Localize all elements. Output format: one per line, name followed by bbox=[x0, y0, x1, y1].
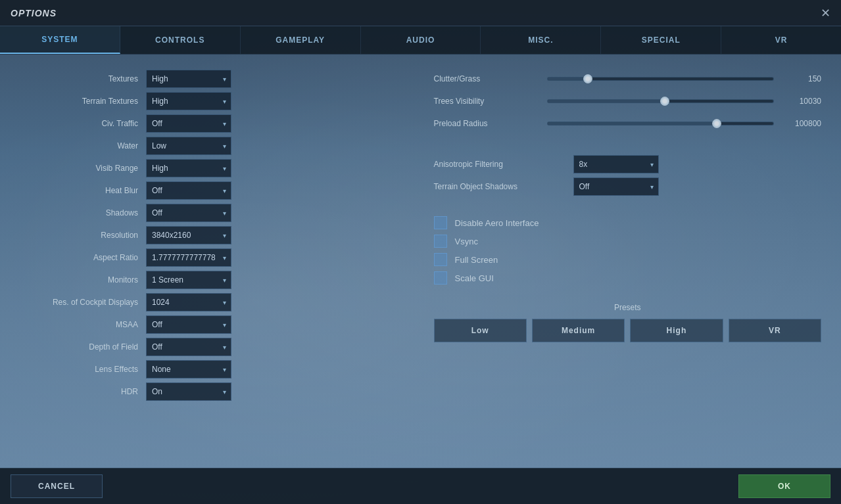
checkbox-row: Disable Aero Interface bbox=[434, 214, 822, 232]
setting-select[interactable]: 1 Screen bbox=[146, 271, 231, 289]
setting-label: HDR bbox=[20, 387, 138, 396]
setting-select[interactable]: Off bbox=[146, 338, 231, 356]
slider-fill bbox=[548, 78, 589, 80]
tab-audio[interactable]: AUDIO bbox=[361, 26, 481, 54]
right-select-wrapper[interactable]: Off bbox=[573, 177, 659, 196]
tab-gameplay[interactable]: GAMEPLAY bbox=[241, 26, 361, 54]
checkbox-box[interactable] bbox=[434, 253, 447, 266]
setting-row: TexturesHigh bbox=[20, 68, 408, 90]
setting-select-wrapper[interactable]: 1.7777777777778 bbox=[146, 248, 231, 267]
setting-select[interactable]: High bbox=[146, 92, 231, 110]
setting-select[interactable]: 1024 bbox=[146, 293, 231, 311]
right-select-wrapper[interactable]: 8x bbox=[573, 155, 659, 173]
setting-row: Heat BlurOff bbox=[20, 179, 408, 202]
setting-label: Visib Range bbox=[20, 164, 138, 173]
setting-row: Visib RangeHigh bbox=[20, 157, 408, 179]
setting-select-wrapper[interactable]: 3840x2160 bbox=[146, 226, 231, 244]
preset-button-medium[interactable]: Medium bbox=[532, 319, 625, 342]
setting-label: Shadows bbox=[20, 208, 138, 218]
setting-label: MSAA bbox=[20, 320, 138, 329]
presets-buttons: LowMediumHighVR bbox=[434, 319, 822, 342]
setting-row: WaterLow bbox=[20, 135, 408, 157]
preset-button-vr[interactable]: VR bbox=[729, 319, 821, 342]
left-settings-column: TexturesHighTerrain TexturesHighCiv. Tra… bbox=[20, 68, 408, 455]
checkbox-box[interactable] bbox=[434, 271, 447, 285]
right-select[interactable]: Off bbox=[573, 177, 659, 196]
cancel-button[interactable]: CANCEL bbox=[11, 474, 103, 498]
setting-select[interactable]: Off bbox=[146, 114, 231, 133]
slider-track[interactable] bbox=[547, 122, 775, 126]
close-button[interactable]: ✕ bbox=[821, 7, 830, 19]
setting-select-wrapper[interactable]: None bbox=[146, 360, 231, 378]
checkbox-row: Full Screen bbox=[434, 250, 822, 269]
setting-row: Res. of Cockpit Displays1024 bbox=[20, 291, 408, 313]
checkbox-row: Vsync bbox=[434, 232, 822, 250]
presets-title: Presets bbox=[434, 303, 822, 312]
setting-label: Depth of Field bbox=[20, 342, 138, 352]
checkbox-box[interactable] bbox=[434, 216, 447, 229]
setting-select-wrapper[interactable]: Off bbox=[146, 204, 231, 222]
setting-select[interactable]: Low bbox=[146, 137, 231, 155]
slider-label: Clutter/Grass bbox=[434, 74, 539, 83]
slider-track[interactable] bbox=[547, 99, 775, 103]
setting-select-wrapper[interactable]: 1024 bbox=[146, 293, 231, 311]
setting-select[interactable]: None bbox=[146, 360, 231, 378]
slider-track[interactable] bbox=[547, 77, 775, 81]
checkbox-box[interactable] bbox=[434, 235, 447, 248]
checkbox-label: Full Screen bbox=[455, 255, 498, 265]
checkbox-label: Vsync bbox=[455, 237, 478, 246]
setting-select[interactable]: Off bbox=[146, 181, 231, 200]
right-dropdown-row: Terrain Object ShadowsOff bbox=[434, 175, 822, 198]
sliders-section: Clutter/Grass150Trees Visibility10030Pre… bbox=[434, 68, 822, 135]
right-settings-column: Clutter/Grass150Trees Visibility10030Pre… bbox=[434, 68, 822, 455]
slider-row: Preload Radius100800 bbox=[434, 112, 822, 135]
setting-select-wrapper[interactable]: Off bbox=[146, 338, 231, 356]
setting-label: Lens Effects bbox=[20, 365, 138, 374]
slider-fill bbox=[548, 100, 665, 103]
setting-select[interactable]: High bbox=[146, 70, 231, 88]
setting-select-wrapper[interactable]: Off bbox=[146, 181, 231, 200]
titlebar: OPTIONS ✕ bbox=[0, 0, 841, 26]
setting-select-wrapper[interactable]: 1 Screen bbox=[146, 271, 231, 289]
window-title: OPTIONS bbox=[11, 8, 57, 18]
setting-select-wrapper[interactable]: Low bbox=[146, 137, 231, 155]
setting-label: Aspect Ratio bbox=[20, 253, 138, 262]
setting-label: Civ. Traffic bbox=[20, 119, 138, 128]
setting-select-wrapper[interactable]: Off bbox=[146, 114, 231, 133]
slider-thumb[interactable] bbox=[660, 97, 669, 106]
setting-select-wrapper[interactable]: Off bbox=[146, 315, 231, 334]
ok-button[interactable]: OK bbox=[738, 474, 830, 498]
slider-value: 150 bbox=[782, 74, 821, 83]
tab-controls[interactable]: CONTROLS bbox=[120, 26, 241, 54]
tab-special[interactable]: SPECIAL bbox=[601, 26, 721, 54]
tab-system[interactable]: SYSTEM bbox=[0, 26, 120, 54]
right-dropdown-label: Terrain Object Shadows bbox=[434, 182, 565, 191]
slider-row: Trees Visibility10030 bbox=[434, 90, 822, 112]
preset-button-low[interactable]: Low bbox=[434, 319, 527, 342]
setting-select-wrapper[interactable]: On bbox=[146, 382, 231, 401]
setting-row: Civ. TrafficOff bbox=[20, 112, 408, 135]
setting-select-wrapper[interactable]: High bbox=[146, 70, 231, 88]
slider-row: Clutter/Grass150 bbox=[434, 68, 822, 90]
checkbox-row: Scale GUI bbox=[434, 269, 822, 287]
setting-select-wrapper[interactable]: High bbox=[146, 159, 231, 177]
setting-select[interactable]: On bbox=[146, 382, 231, 401]
setting-row: Terrain TexturesHigh bbox=[20, 90, 408, 112]
setting-row: MSAAOff bbox=[20, 313, 408, 336]
slider-thumb[interactable] bbox=[583, 74, 592, 83]
checkbox-label: Scale GUI bbox=[455, 273, 494, 283]
setting-select[interactable]: Off bbox=[146, 204, 231, 222]
right-select[interactable]: 8x bbox=[573, 155, 659, 173]
slider-thumb[interactable] bbox=[712, 119, 721, 128]
preset-button-high[interactable]: High bbox=[630, 319, 723, 342]
setting-select[interactable]: Off bbox=[146, 315, 231, 334]
tab-misc[interactable]: MISC. bbox=[481, 26, 601, 54]
bottom-bar: CANCEL OK bbox=[0, 468, 841, 504]
setting-select[interactable]: 1.7777777777778 bbox=[146, 248, 231, 267]
setting-select-wrapper[interactable]: High bbox=[146, 92, 231, 110]
setting-select[interactable]: 3840x2160 bbox=[146, 226, 231, 244]
setting-select[interactable]: High bbox=[146, 159, 231, 177]
setting-row: Depth of FieldOff bbox=[20, 336, 408, 358]
tab-vr[interactable]: VR bbox=[721, 26, 841, 54]
setting-label: Resolution bbox=[20, 231, 138, 240]
